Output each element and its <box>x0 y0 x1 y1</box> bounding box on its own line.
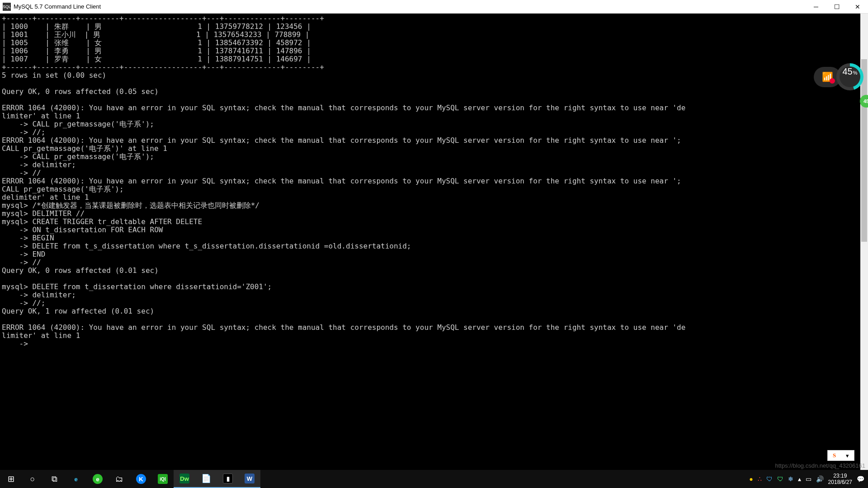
clock-time: 23:19 <box>828 473 852 479</box>
file-explorer-icon[interactable]: 🗂 <box>108 470 130 488</box>
app-icon: SQL <box>3 3 11 11</box>
tray-snow-icon[interactable]: ❄ <box>788 475 793 483</box>
word-icon[interactable]: W <box>239 470 260 488</box>
ime-dropdown-icon[interactable]: ▾ <box>846 452 849 459</box>
window-title: MySQL 5.7 Command Line Client <box>14 3 806 10</box>
tray-chevron-up-icon[interactable]: ▴ <box>798 475 801 483</box>
taskview-button[interactable]: ⧉ <box>43 470 65 488</box>
wifi-disabled-icon: 📶 <box>822 71 833 82</box>
tray-shield-icon[interactable]: 🛡 <box>766 475 773 483</box>
volume-icon[interactable]: 🔊 <box>816 475 824 483</box>
memory-percent-value: 45 <box>842 66 852 77</box>
clock-date: 2018/6/27 <box>828 479 852 485</box>
terminal-output[interactable]: +------+---------+---------+------------… <box>0 14 868 470</box>
dreamweaver-icon[interactable]: Dw <box>174 470 195 488</box>
start-button[interactable]: ⊞ <box>0 470 22 488</box>
ime-indicator[interactable]: S ▾ <box>827 450 854 461</box>
maximize-button[interactable]: ☐ <box>826 0 847 14</box>
notepad-icon[interactable]: 📄 <box>195 470 217 488</box>
tray-icon[interactable]: ● <box>749 475 753 483</box>
mysql-cli-icon[interactable]: ▮ <box>217 470 239 488</box>
tray-icon[interactable]: ∴ <box>758 475 762 483</box>
window-titlebar: SQL MySQL 5.7 Command Line Client ─ ☐ ✕ <box>0 0 868 14</box>
clock[interactable]: 23:19 2018/6/27 <box>828 473 852 485</box>
window-controls: ─ ☐ ✕ <box>806 0 868 14</box>
close-button[interactable]: ✕ <box>847 0 868 14</box>
system-tray: ● ∴ 🛡 🛡 ❄ ▴ ▭ 🔊 23:19 2018/6/27 💬 <box>749 473 868 485</box>
taskbar: ⊞ ○ ⧉ e e 🗂 K iQI Dw 📄 ▮ W ● ∴ 🛡 🛡 ❄ ▴ ▭… <box>0 470 868 488</box>
watermark-url: https://blog.csdn.net/qq_43206161 <box>775 462 866 469</box>
notifications-icon[interactable]: 💬 <box>857 475 864 483</box>
battery-icon[interactable]: ▭ <box>806 475 811 483</box>
tray-shield-icon[interactable]: 🛡 <box>777 475 783 483</box>
cortana-button[interactable]: ○ <box>22 470 43 488</box>
360browser-icon[interactable]: e <box>87 470 108 488</box>
sogou-ime-icon: S <box>833 452 836 459</box>
system-overlay[interactable]: 📶 45% <box>814 63 863 90</box>
minimize-button[interactable]: ─ <box>806 0 826 14</box>
memory-gauge[interactable]: 45% <box>836 63 863 90</box>
percent-suffix: % <box>853 70 858 75</box>
kugou-icon[interactable]: K <box>130 470 152 488</box>
edge-icon[interactable]: e <box>65 470 87 488</box>
iqiyi-icon[interactable]: iQI <box>152 470 174 488</box>
